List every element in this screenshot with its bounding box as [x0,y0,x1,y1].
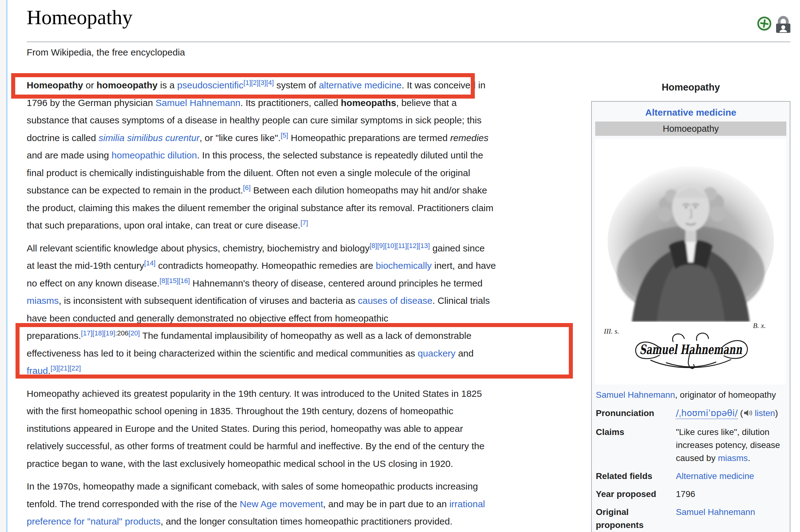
text-run: and are made using [27,150,112,160]
infobox-row-label: Pronunciation [596,407,676,421]
wiki-link[interactable]: causes of disease [358,296,432,306]
infobox-rows: Pronunciation/ˌhoʊmiˈɒpəθi/ (listen)Clai… [596,407,786,532]
text-run: , is inconsistent with subsequent identi… [59,296,358,306]
infobox-row-value: Samuel Hahnemann [676,506,786,532]
wiki-link[interactable]: Samuel Hahnemann [156,98,240,108]
text-run: institutions appeared in Europe and the … [27,423,463,434]
text-line: Homeopathy achieved its greatest popular… [27,385,582,403]
text-run: 1796 [676,489,695,499]
infobox-row-label: Original proponents [596,506,676,532]
value-line: "Like cures like", dilution [676,426,786,439]
infobox: Homeopathy Alternative medicine Homoeopa… [591,82,790,532]
annotation-rectangle-2 [16,323,573,379]
wiki-link[interactable]: biochemically [376,261,432,271]
speaker-icon[interactable] [744,408,753,421]
title-divider [27,41,790,42]
value-line: /ˌhoʊmiˈɒpəθi/ (listen) [676,407,786,421]
value-line: Samuel Hahnemann [676,506,786,519]
infobox-title: Homeopathy [591,82,790,93]
good-article-plus-icon[interactable] [757,16,772,32]
text-run: "Like cures like", dilution [676,427,769,437]
text-line: relatively successful, as other forms of… [27,437,582,455]
semi-protected-padlock-icon[interactable] [775,15,792,35]
ref-marker[interactable]: [7] [301,219,308,227]
portrait-image[interactable]: III. s. B. x. Samuel Hahnemann [595,139,786,384]
text-run: , and the longer consultation times home… [161,516,453,527]
text-run: gained since [430,243,485,253]
wiki-link[interactable]: preference for "natural" products [27,516,161,527]
text-run: final product is chemically indistinguis… [27,168,470,178]
text-run: substance that causes symptoms of a dise… [27,115,481,125]
value-line: caused by miasms. [676,452,786,465]
text-run: relatively successful, as other forms of… [27,441,485,451]
annotation-rectangle-1 [11,73,475,99]
text-line: final product is chemically indistinguis… [27,164,582,182]
ref-marker[interactable]: [8][9][10][11][12][13] [369,242,430,250]
wiki-link[interactable]: miasms [27,296,59,306]
text-run: homeopaths [341,98,396,108]
text-line: substance that causes symptoms of a dise… [27,112,582,129]
text-run: , or "like cures like". [200,133,280,143]
infobox-row-value: 1796 [676,488,786,501]
ref-marker[interactable]: [5] [280,131,288,139]
text-line: In the 1970s, homeopathy made a signific… [27,478,582,495]
infobox-type-link[interactable]: Alternative medicine [595,105,787,121]
text-line: and are made using homeopathic dilution.… [27,147,582,164]
text-run: substance can be expected to remain in t… [27,185,243,195]
wiki-link[interactable]: Samuel Hahnemann [676,507,755,517]
paragraph: Homeopathy or homoeopathy is a pseudosci… [27,77,582,234]
ref-marker[interactable]: [14] [144,259,156,267]
hahnemann-portrait-illustration [599,139,782,322]
wiki-link[interactable]: miasms [718,453,748,463]
text-run: practice began to wane, with the last ex… [27,458,453,469]
text-run: the product, claiming this makes the dil… [27,203,493,213]
text-run: Hahnemann's theory of disease, centered … [190,278,483,288]
text-line: that such preparations, upon oral intake… [27,217,582,234]
text-run: increases potency, disease [676,440,780,450]
hahnemann-signature: Samuel Hahnemann [624,330,758,377]
text-run: have been conducted and generally demons… [27,313,388,323]
text-run: caused by [676,453,718,463]
text-run: Homeopathic preparations are termed [288,133,450,143]
wiki-link[interactable]: irrational [449,499,485,509]
plate-mark-left: III. s. [604,327,619,336]
wiki-link[interactable]: /ˌhoʊmiˈɒpəθi/ [676,408,738,419]
infobox-row-label: Claims [596,426,676,465]
text-run: , originator of homeopathy [675,390,776,400]
text-run: inert, and have [432,261,496,271]
text-run: 1796 by the German physician [27,98,156,108]
text-run: . Clinical trials [432,296,490,306]
wiki-link[interactable]: Alternative medicine [676,471,754,481]
wiki-link[interactable]: similia similibus curentur [99,133,200,143]
ref-marker[interactable]: [8][15][16] [160,277,190,285]
infobox-row-value: Alternative medicine [676,470,786,483]
text-run: at least the mid-19th century [27,261,144,271]
wiki-link[interactable]: homeopathic dilution [112,150,197,160]
text-line: no effect on any known disease.[8][15][1… [27,275,582,292]
text-run: All relevant scientific knowledge about … [27,243,369,253]
value-line: increases potency, disease [676,439,786,452]
text-run: contradicts homeopathy. Homeopathic reme… [156,261,376,271]
text-run: with the first homeopathic school openin… [27,406,453,416]
text-run: . In this process, the selected substanc… [197,150,483,160]
article-lead-text: Homeopathy or homoeopathy is a pseudosci… [27,77,582,532]
text-run: tenfold. The trend corresponded with the… [27,499,240,509]
text-line: at least the mid-19th century[14] contra… [27,257,582,275]
text-line: tenfold. The trend corresponded with the… [27,495,582,513]
text-run: ) [775,408,778,418]
infobox-subheader: Homoeopathy [595,121,786,136]
paragraph: Homeopathy achieved its greatest popular… [27,385,582,473]
image-caption: Samuel Hahnemann, originator of homeopat… [596,389,786,401]
ref-marker[interactable]: [6] [243,184,251,192]
svg-text:Samuel Hahnemann: Samuel Hahnemann [640,342,742,357]
text-run: , believe that a [396,98,457,108]
wiki-link[interactable]: New Age movement [240,499,323,509]
text-line: miasms, is inconsistent with subsequent … [27,292,582,310]
text-line: the product, claiming this makes the dil… [27,200,582,217]
text-run: remedies [450,133,488,143]
infobox-row-value: "Like cures like", dilutionincreases pot… [676,426,786,465]
wiki-link[interactable]: Samuel Hahnemann [596,390,675,400]
text-run: In the 1970s, homeopathy made a signific… [27,481,478,491]
paragraph: In the 1970s, homeopathy made a signific… [27,478,582,530]
wiki-link[interactable]: listen [755,408,775,418]
